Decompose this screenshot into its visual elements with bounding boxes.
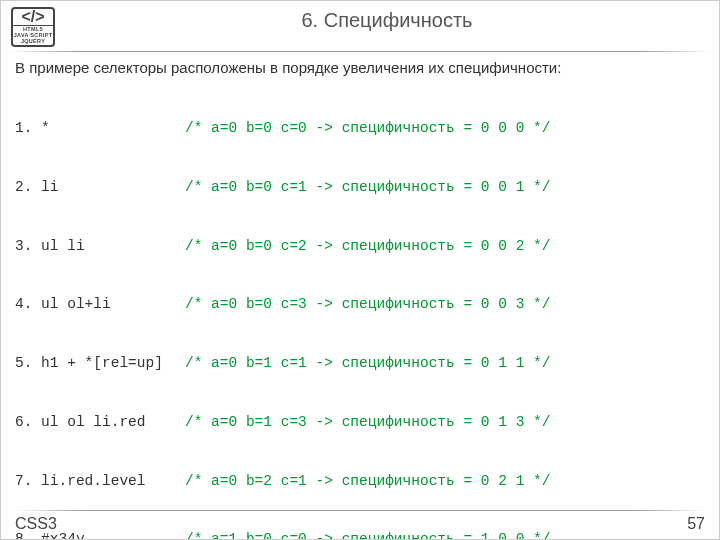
comment-text: /* a=0 b=0 c=0 -> специфичность = 0 0 0 … (185, 119, 550, 139)
code-row: 1. */* a=0 b=0 c=0 -> специфичность = 0 … (15, 119, 705, 139)
comment-text: /* a=0 b=1 c=1 -> специфичность = 0 1 1 … (185, 354, 550, 374)
slide-content: В примере селекторы расположены в порядк… (1, 58, 719, 540)
selector-text: 2. li (15, 178, 185, 198)
code-row: 6. ul ol li.red/* a=0 b=1 c=3 -> специфи… (15, 413, 705, 433)
comment-text: /* a=0 b=0 c=1 -> специфичность = 0 0 1 … (185, 178, 550, 198)
selector-text: 4. ul ol+li (15, 295, 185, 315)
logo-line: CSS3 (25, 44, 41, 47)
selector-text: 1. * (15, 119, 185, 139)
comment-text: /* a=0 b=0 c=2 -> специфичность = 0 0 2 … (185, 237, 550, 257)
logo-code-icon: </> (13, 9, 53, 26)
selector-text: 3. ul li (15, 237, 185, 257)
code-row: 2. li/* a=0 b=0 c=1 -> специфичность = 0… (15, 178, 705, 198)
comment-text: /* a=0 b=0 c=3 -> специфичность = 0 0 3 … (185, 295, 550, 315)
intro-text: В примере селекторы расположены в порядк… (15, 58, 705, 78)
tech-logo-icon: </> HTML5 JAVA SCRIPT JQUERY CSS3 (11, 7, 55, 47)
code-row: 5. h1 + *[rel=up]/* a=0 b=1 c=1 -> специ… (15, 354, 705, 374)
footer-topic: CSS3 (15, 515, 57, 533)
comment-text: /* a=0 b=2 c=1 -> специфичность = 0 2 1 … (185, 472, 550, 492)
selector-text: 6. ul ol li.red (15, 413, 185, 433)
code-row: 4. ul ol+li/* a=0 b=0 c=3 -> специфичнос… (15, 295, 705, 315)
specificity-examples: 1. */* a=0 b=0 c=0 -> специфичность = 0 … (15, 80, 705, 540)
selector-text: 5. h1 + *[rel=up] (15, 354, 185, 374)
selector-text: 7. li.red.level (15, 472, 185, 492)
slide-title: 6. Специфичность (65, 7, 709, 32)
logo-text: HTML5 JAVA SCRIPT JQUERY CSS3 (13, 26, 53, 47)
divider (15, 510, 705, 511)
code-row: 3. ul li/* a=0 b=0 c=2 -> специфичность … (15, 237, 705, 257)
comment-text: /* a=0 b=1 c=3 -> специфичность = 0 1 3 … (185, 413, 550, 433)
slide-header: </> HTML5 JAVA SCRIPT JQUERY CSS3 6. Спе… (1, 1, 719, 51)
divider (9, 51, 711, 52)
page-number: 57 (687, 515, 705, 533)
slide-footer: CSS3 57 (1, 506, 719, 539)
code-row: 7. li.red.level/* a=0 b=2 c=1 -> специфи… (15, 472, 705, 492)
